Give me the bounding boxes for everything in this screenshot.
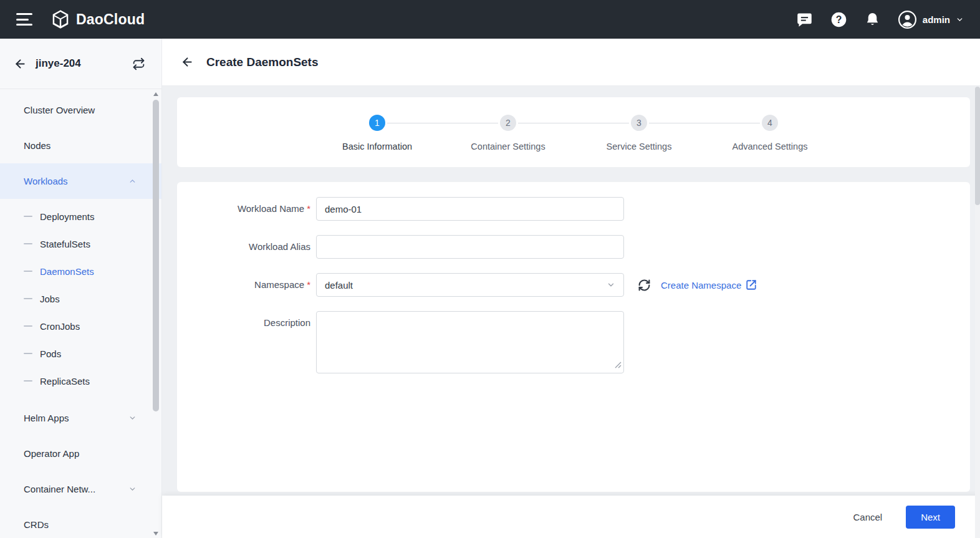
sidebar-item-pods[interactable]: Pods	[0, 340, 161, 367]
brand-name: DaoCloud	[76, 11, 145, 28]
sidebar-item-replicasets[interactable]: ReplicaSets	[0, 367, 161, 395]
workloads-sub-list: Deployments StatefulSets DaemonSets Jobs	[0, 203, 161, 395]
workload-alias-row: Workload Alias	[177, 235, 970, 259]
nav-label: CRDs	[24, 519, 49, 530]
cancel-button[interactable]: Cancel	[847, 507, 888, 527]
namespace-select[interactable]: default	[316, 273, 624, 297]
page-title: Create DaemonSets	[206, 55, 319, 69]
nav-label: DaemonSets	[40, 266, 94, 277]
help-icon[interactable]: ?	[830, 11, 847, 28]
cluster-name: jinye-204	[36, 57, 132, 70]
dash-icon	[24, 298, 32, 299]
step-label: Service Settings	[607, 142, 672, 151]
nav-label: Pods	[40, 348, 61, 359]
description-label: Description	[177, 311, 310, 335]
daocloud-logo-icon	[51, 9, 70, 29]
scrollbar-thumb[interactable]	[975, 87, 980, 205]
step-connector	[649, 123, 760, 123]
basic-information-form: Workload Name* Workload Alias Namespace*	[177, 182, 970, 492]
step-number: 4	[762, 115, 778, 131]
sidebar-item-statefulsets[interactable]: StatefulSets	[0, 230, 161, 257]
chevron-down-icon	[956, 16, 964, 24]
namespace-label: Namespace*	[177, 273, 310, 297]
workload-name-label: Workload Name*	[177, 197, 310, 221]
scrollbar-thumb[interactable]	[153, 100, 159, 411]
step-label: Container Settings	[471, 142, 545, 151]
workload-alias-input[interactable]	[316, 235, 624, 259]
chevron-down-icon	[607, 281, 615, 289]
step-number: 3	[631, 115, 647, 131]
sidebar-scrollbar[interactable]	[153, 92, 159, 536]
back-icon[interactable]	[14, 57, 27, 70]
next-button[interactable]: Next	[906, 506, 955, 529]
back-icon[interactable]	[181, 55, 194, 69]
required-mark: *	[307, 279, 310, 290]
sidebar-item-operator-app[interactable]: Operator App	[0, 436, 161, 471]
sidebar-item-deployments[interactable]: Deployments	[0, 203, 161, 230]
username: admin	[923, 14, 950, 25]
sidebar-item-cluster-overview[interactable]: Cluster Overview	[0, 92, 161, 128]
brand[interactable]: DaoCloud	[51, 9, 145, 29]
sidebar-item-daemonsets[interactable]: DaemonSets	[0, 257, 161, 285]
chat-icon[interactable]	[796, 11, 813, 28]
sidebar-item-helm-apps[interactable]: Helm Apps	[0, 400, 161, 436]
step-service-settings: 3 Service Settings	[631, 115, 647, 131]
step-number: 2	[500, 115, 516, 131]
menu-icon[interactable]	[16, 13, 32, 26]
scroll-up-icon[interactable]	[153, 92, 158, 96]
nav-label: Nodes	[24, 140, 50, 151]
workload-name-input[interactable]	[316, 197, 624, 221]
step-label: Advanced Settings	[733, 142, 808, 151]
description-row: Description	[177, 311, 970, 373]
refresh-namespaces-icon[interactable]	[638, 279, 651, 292]
nav-label: StatefulSets	[40, 239, 90, 249]
stepper-card: 1 Basic Information 2 Container Settings…	[177, 97, 970, 167]
nav-label: ReplicaSets	[40, 376, 90, 387]
workload-name-row: Workload Name*	[177, 197, 970, 221]
dash-icon	[24, 380, 32, 382]
sidebar-item-crds[interactable]: CRDs	[0, 507, 161, 538]
step-basic-information: 1 Basic Information	[369, 115, 385, 131]
stepper: 1 Basic Information 2 Container Settings…	[369, 115, 778, 167]
resize-handle-icon[interactable]	[615, 362, 622, 368]
step-container-settings: 2 Container Settings	[500, 115, 516, 131]
sidebar-item-nodes[interactable]: Nodes	[0, 128, 161, 163]
page-header: Create DaemonSets	[162, 39, 980, 86]
step-advanced-settings: 4 Advanced Settings	[762, 115, 778, 131]
sidebar-item-container-network[interactable]: Container Netw...	[0, 471, 161, 507]
sidebar-item-jobs[interactable]: Jobs	[0, 285, 161, 312]
switch-cluster-icon[interactable]	[132, 57, 145, 70]
svg-text:?: ?	[836, 14, 842, 25]
dash-icon	[24, 353, 32, 354]
workload-alias-label: Workload Alias	[177, 235, 310, 259]
avatar-icon	[898, 10, 917, 29]
dash-icon	[24, 325, 32, 327]
nav-label: Workloads	[24, 176, 68, 186]
app-window: DaoCloud ? admin	[0, 0, 980, 538]
form-footer: Cancel Next	[162, 496, 980, 538]
sidebar-item-workloads[interactable]: Workloads	[0, 163, 161, 199]
step-label: Basic Information	[342, 142, 412, 151]
sidebar: jinye-204 Cluster Overview Nodes Workloa…	[0, 39, 162, 538]
nav-label: Operator App	[24, 448, 79, 459]
bell-icon[interactable]	[865, 12, 880, 27]
namespace-selected-value: default	[325, 280, 607, 291]
step-number: 1	[369, 115, 385, 131]
nav-label: CronJobs	[40, 321, 80, 332]
create-namespace-link[interactable]: Create Namespace	[661, 279, 757, 291]
required-mark: *	[307, 203, 310, 214]
main-scrollbar[interactable]	[975, 87, 980, 538]
dash-icon	[24, 271, 32, 272]
step-connector	[387, 123, 498, 123]
dash-icon	[24, 243, 32, 244]
nav-label: Container Netw...	[24, 484, 95, 494]
chevron-up-icon	[128, 177, 137, 185]
user-menu[interactable]: admin	[898, 10, 964, 29]
sidebar-item-cronjobs[interactable]: CronJobs	[0, 312, 161, 340]
external-link-icon	[746, 279, 757, 291]
description-textarea[interactable]	[316, 311, 624, 373]
scroll-down-icon[interactable]	[153, 532, 158, 536]
main-area: Create DaemonSets 1 Basic Information 2 …	[162, 39, 980, 538]
topbar: DaoCloud ? admin	[0, 0, 980, 39]
chevron-down-icon	[128, 485, 137, 493]
